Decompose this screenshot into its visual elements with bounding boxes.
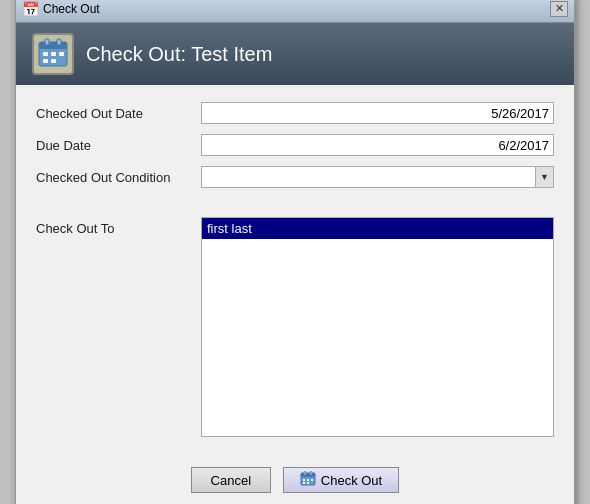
checked-out-condition-label: Checked Out Condition	[36, 170, 191, 185]
svg-rect-1	[39, 42, 67, 49]
svg-rect-5	[51, 52, 56, 56]
checked-out-date-row: Checked Out Date	[36, 101, 554, 125]
checkout-button[interactable]: Check Out	[283, 467, 399, 493]
svg-rect-6	[59, 52, 64, 56]
header-icon	[32, 33, 74, 75]
due-date-input[interactable]	[201, 134, 554, 156]
svg-rect-12	[310, 471, 312, 475]
checkout-button-label: Check Out	[321, 473, 382, 488]
svg-rect-14	[307, 479, 309, 481]
svg-rect-3	[57, 39, 61, 45]
check-out-to-label: Check Out To	[36, 217, 191, 236]
checked-out-condition-select-wrapper[interactable]: Good Fair Poor ▼	[201, 166, 554, 188]
checked-out-date-input[interactable]	[201, 102, 554, 124]
svg-rect-16	[303, 482, 305, 484]
select-dropdown-arrow: ▼	[535, 167, 553, 187]
header-title: Check Out: Test Item	[86, 43, 272, 66]
titlebar-icon: 📅	[22, 1, 38, 17]
svg-rect-2	[45, 39, 49, 45]
check-out-to-list[interactable]: first last	[201, 217, 554, 437]
svg-rect-15	[311, 479, 313, 481]
checked-out-condition-row: Checked Out Condition Good Fair Poor ▼	[36, 165, 554, 189]
check-out-to-selected-item[interactable]: first last	[202, 218, 553, 239]
title-bar: 📅 Check Out ✕	[16, 0, 574, 23]
titlebar-text: Check Out	[43, 2, 100, 16]
svg-rect-8	[51, 59, 56, 63]
svg-rect-10	[301, 473, 315, 477]
checked-out-condition-select[interactable]: Good Fair Poor	[202, 167, 535, 187]
checkout-button-icon	[300, 471, 316, 490]
cancel-button[interactable]: Cancel	[191, 467, 271, 493]
spacer	[36, 197, 554, 205]
header-bar: Check Out: Test Item	[16, 23, 574, 85]
close-button[interactable]: ✕	[550, 1, 568, 17]
form-area: Checked Out Date Due Date Checked Out Co…	[16, 85, 574, 453]
check-out-dialog: 📅 Check Out ✕ Check Out: Test Item Check…	[15, 0, 575, 504]
check-out-to-row: Check Out To first last	[36, 217, 554, 437]
checked-out-date-label: Checked Out Date	[36, 106, 191, 121]
svg-rect-4	[43, 52, 48, 56]
due-date-label: Due Date	[36, 138, 191, 153]
svg-rect-13	[303, 479, 305, 481]
due-date-row: Due Date	[36, 133, 554, 157]
svg-rect-17	[307, 482, 309, 484]
svg-rect-7	[43, 59, 48, 63]
svg-rect-11	[304, 471, 306, 475]
button-bar: Cancel Check Out	[16, 453, 574, 504]
